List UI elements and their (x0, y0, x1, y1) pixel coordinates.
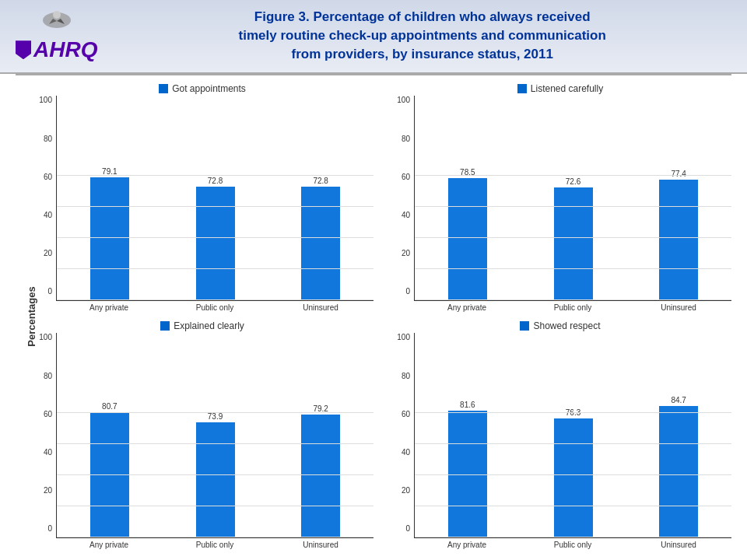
chart-title-2: Listened carefully (531, 83, 603, 94)
x-labels-1: Any private Public only Uninsured (56, 301, 374, 313)
legend-box-1 (159, 84, 168, 93)
bar-group-2-3: 77.4 (633, 170, 724, 300)
bar-4-3 (659, 406, 698, 537)
y-tick-60-2: 60 (402, 173, 410, 181)
chart-title-4: Showed respect (533, 320, 600, 331)
bar-1-3 (301, 187, 340, 300)
main-title: Figure 3. Percentage of children who alw… (113, 8, 731, 63)
logo-text: AHRQ (33, 37, 97, 62)
header: AHRQ Figure 3. Percentage of children wh… (0, 0, 747, 74)
chart-inner-3: 100 80 60 40 20 0 80.7 (31, 333, 374, 550)
bar-3-3 (301, 415, 340, 537)
y-tick-100-2: 100 (397, 96, 410, 104)
chart-title-row-4: Showed respect (389, 320, 731, 331)
y-tick-80-2: 80 (402, 135, 410, 143)
bar-value-2-3: 77.4 (671, 170, 686, 178)
bar-group-4-2: 76.3 (528, 408, 619, 537)
y-tick-20-2: 20 (402, 249, 410, 257)
y-tick-0-1: 0 (47, 287, 52, 296)
x-label-1-3: Uninsured (275, 303, 366, 313)
y-tick-0-2: 0 (405, 287, 410, 296)
y-axis-4: 100 80 60 40 20 0 (389, 333, 414, 550)
chart-inner-1: 100 80 60 40 20 0 79.1 (31, 96, 374, 313)
x-label-3-3: Uninsured (275, 541, 366, 550)
bar-group-4-3: 84.7 (633, 396, 724, 537)
bar-group-3-3: 79.2 (275, 404, 366, 537)
chart-title-1: Got appointments (172, 83, 246, 94)
ahrq-logo: AHRQ (16, 37, 97, 62)
y-tick-20-3: 20 (44, 486, 52, 495)
y-axis-1: 100 80 60 40 20 0 (31, 96, 56, 313)
y-tick-60-3: 60 (44, 410, 52, 418)
bar-1-2 (196, 187, 235, 300)
chart-listened-carefully: Listened carefully 100 80 60 40 20 0 (381, 79, 739, 317)
bar-2-2 (554, 187, 593, 300)
x-label-2-2: Public only (528, 303, 618, 313)
bar-value-1-3: 72.8 (313, 177, 328, 185)
x-label-4-3: Uninsured (633, 541, 724, 550)
bar-value-4-1: 81.6 (460, 401, 475, 409)
legend-box-3 (160, 321, 170, 331)
chart-title-row-1: Got appointments (31, 83, 374, 94)
x-label-2-3: Uninsured (633, 303, 724, 313)
bar-group-1-2: 72.8 (170, 177, 261, 300)
bar-2-1 (448, 178, 487, 300)
y-tick-20-4: 20 (402, 486, 410, 495)
y-axis-3: 100 80 60 40 20 0 (31, 333, 56, 550)
bars-area-1: 79.1 72.8 72.8 (56, 96, 374, 301)
title-area: Figure 3. Percentage of children who alw… (113, 8, 731, 63)
bar-group-4-1: 81.6 (423, 401, 513, 537)
chart-inner-4: 100 80 60 40 20 0 81.6 (389, 333, 731, 550)
y-tick-40-4: 40 (402, 448, 410, 457)
y-tick-60-1: 60 (44, 173, 52, 181)
x-labels-2: Any private Public only Uninsured (414, 301, 731, 313)
y-tick-80-3: 80 (44, 372, 52, 380)
bar-value-3-1: 80.7 (102, 402, 117, 411)
y-tick-100-1: 100 (39, 96, 52, 104)
x-labels-3: Any private Public only Uninsured (56, 538, 374, 550)
bars-area-3: 80.7 73.9 79.2 (56, 333, 374, 538)
eagle-icon (37, 9, 76, 36)
y-tick-60-4: 60 (402, 410, 410, 418)
bar-group-2-1: 78.5 (423, 168, 513, 300)
y-tick-80-4: 80 (402, 372, 410, 380)
chart-title-row-3: Explained clearly (31, 320, 374, 331)
shield-icon (16, 40, 31, 59)
y-tick-20-1: 20 (44, 249, 52, 257)
bar-value-2-2: 72.6 (566, 177, 580, 186)
bar-group-1-1: 79.1 (65, 167, 155, 300)
charts-container: Percentages Got appointments 100 80 60 4… (0, 75, 747, 558)
logo-area: AHRQ (16, 9, 97, 62)
chart-title-3: Explained clearly (174, 320, 244, 331)
x-label-4-1: Any private (422, 541, 512, 550)
x-label-1-2: Public only (170, 303, 260, 313)
bar-value-1-2: 72.8 (208, 177, 223, 185)
bar-value-3-2: 73.9 (208, 412, 223, 421)
y-tick-0-4: 0 (405, 524, 410, 533)
bar-4-2 (554, 418, 593, 537)
x-label-4-2: Public only (528, 541, 618, 550)
x-label-3-1: Any private (64, 541, 154, 550)
bars-area-4: 81.6 76.3 84.7 (414, 333, 731, 538)
svg-point-2 (53, 11, 61, 19)
chart-area-4: 81.6 76.3 84.7 Any private Public only (414, 333, 731, 550)
bar-group-2-2: 72.6 (528, 177, 619, 300)
x-label-3-2: Public only (170, 541, 260, 550)
bar-group-1-3: 72.8 (275, 177, 366, 300)
chart-explained-clearly: Explained clearly 100 80 60 40 20 0 (23, 317, 381, 554)
y-tick-40-3: 40 (44, 448, 52, 457)
y-tick-100-3: 100 (39, 333, 52, 341)
chart-showed-respect: Showed respect 100 80 60 40 20 0 8 (381, 317, 739, 554)
bar-value-4-3: 84.7 (671, 396, 686, 404)
chart-title-row-2: Listened carefully (389, 83, 731, 94)
legend-box-2 (517, 84, 527, 93)
chart-area-2: 78.5 72.6 77.4 Any private Public only (414, 96, 731, 313)
bar-1-1 (90, 177, 129, 300)
x-label-2-1: Any private (422, 303, 512, 313)
x-label-1-1: Any private (64, 303, 154, 313)
bars-area-2: 78.5 72.6 77.4 (414, 96, 731, 301)
y-axis-2: 100 80 60 40 20 0 (389, 96, 414, 313)
bar-group-3-1: 80.7 (65, 402, 155, 537)
y-tick-100-4: 100 (397, 333, 410, 341)
chart-area-3: 80.7 73.9 79.2 Any private Public only (56, 333, 374, 550)
